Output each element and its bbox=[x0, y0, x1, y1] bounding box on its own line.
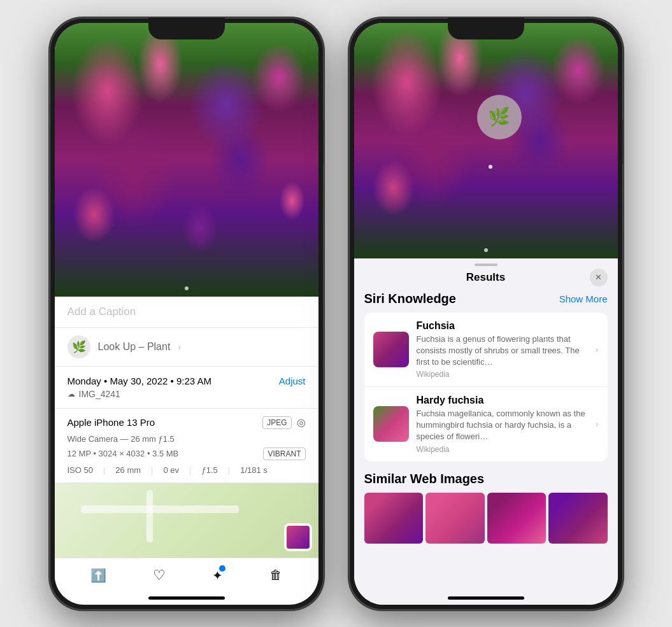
lookup-row[interactable]: 🌿 Look Up – Plant › bbox=[55, 328, 318, 367]
results-close-button[interactable]: ✕ bbox=[590, 269, 608, 286]
main-container: Add a Caption 🌿 Look Up – Plant › Monday… bbox=[37, 5, 636, 623]
caption-placeholder[interactable]: Add a Caption bbox=[68, 306, 136, 318]
favorite-button[interactable]: ♡ bbox=[153, 567, 166, 584]
photo-area-2[interactable]: 🌿 bbox=[354, 23, 618, 258]
map-road-v bbox=[147, 490, 153, 542]
flower-photo-2 bbox=[354, 23, 618, 258]
page-indicator-1 bbox=[185, 286, 189, 290]
device-name: Apple iPhone 13 Pro bbox=[68, 417, 155, 428]
info-button[interactable]: ✦ bbox=[212, 568, 223, 583]
exif-ev: 0 ev bbox=[163, 465, 179, 475]
similar-image-1[interactable] bbox=[364, 493, 424, 544]
phone-2-screen: 🌿 Results ✕ Siri Knowledge S bbox=[354, 23, 618, 605]
phone-2-content: 🌿 Results ✕ Siri Knowledge S bbox=[354, 23, 618, 605]
drag-handle[interactable] bbox=[475, 264, 497, 266]
format-badge: JPEG bbox=[262, 416, 291, 429]
share-button[interactable]: ⬆️ bbox=[90, 568, 106, 583]
results-panel: Results ✕ Siri Knowledge Show More bbox=[354, 258, 618, 605]
similar-title: Similar Web Images bbox=[364, 472, 608, 486]
hardy-fuchsia-source: Wikipedia bbox=[417, 445, 588, 454]
map-thumb-img bbox=[287, 526, 310, 549]
hardy-fuchsia-name: Hardy fuchsia bbox=[417, 395, 588, 406]
fuchsia-source: Wikipedia bbox=[417, 370, 588, 379]
location-row: ☁ IMG_4241 bbox=[68, 389, 306, 399]
home-indicator-1 bbox=[148, 596, 225, 600]
fuchsia-info: Fuchsia Fuchsia is a genus of flowering … bbox=[417, 320, 588, 379]
lookup-leaf-icon: 🌿 bbox=[488, 106, 510, 127]
lookup-text[interactable]: Look Up – Plant bbox=[98, 341, 171, 353]
hardy-fuchsia-thumbnail bbox=[373, 406, 409, 442]
knowledge-card: Fuchsia Fuchsia is a genus of flowering … bbox=[364, 313, 608, 461]
camera-icon: ◎ bbox=[297, 416, 306, 428]
similar-image-4[interactable] bbox=[548, 493, 608, 544]
caption-area[interactable]: Add a Caption bbox=[55, 297, 318, 328]
date-row: Monday • May 30, 2022 • 9:23 AM Adjust bbox=[68, 376, 306, 386]
date-text: Monday • May 30, 2022 • 9:23 AM bbox=[68, 376, 211, 386]
hardy-fuchsia-info: Hardy fuchsia Fuchsia magellanica, commo… bbox=[417, 395, 588, 454]
leaf-icon: 🌿 bbox=[72, 340, 86, 354]
map-area[interactable] bbox=[55, 483, 318, 558]
photo-area-1[interactable] bbox=[55, 23, 318, 297]
fuchsia-description: Fuchsia is a genus of flowering plants t… bbox=[417, 334, 588, 369]
cloud-icon: ☁ bbox=[68, 390, 75, 398]
knowledge-item-hardy-fuchsia[interactable]: Hardy fuchsia Fuchsia magellanica, commo… bbox=[364, 387, 608, 461]
knowledge-item-fuchsia[interactable]: Fuchsia Fuchsia is a genus of flowering … bbox=[364, 313, 608, 388]
resolution-row: 12 MP • 3024 × 4032 • 3.5 MB VIBRANT bbox=[68, 447, 306, 460]
exif-iso: ISO 50 bbox=[68, 465, 93, 475]
similar-image-3[interactable] bbox=[487, 493, 547, 544]
home-indicator-2 bbox=[448, 596, 524, 600]
similar-images-grid bbox=[364, 493, 608, 544]
flower-photo-1 bbox=[55, 23, 318, 297]
siri-knowledge-title: Siri Knowledge bbox=[364, 292, 456, 306]
lookup-dot-indicator bbox=[489, 165, 492, 169]
info-badge bbox=[219, 565, 225, 572]
lookup-chevron-icon: › bbox=[178, 342, 181, 352]
page-indicator-2 bbox=[484, 248, 488, 252]
camera-spec: Wide Camera — 26 mm ƒ1.5 bbox=[68, 434, 306, 444]
filename-text: IMG_4241 bbox=[79, 389, 120, 399]
toolbar: ⬆️ ♡ ✦ 🗑 bbox=[55, 558, 318, 596]
phone-1-content: Add a Caption 🌿 Look Up – Plant › Monday… bbox=[55, 23, 318, 605]
similar-image-2[interactable] bbox=[425, 493, 485, 544]
map-photo-thumb bbox=[284, 523, 312, 551]
map-road-h bbox=[81, 505, 239, 513]
resolution-text: 12 MP • 3024 × 4032 • 3.5 MB bbox=[68, 449, 179, 458]
fuchsia-name: Fuchsia bbox=[417, 320, 588, 332]
visual-lookup-circle[interactable]: 🌿 bbox=[477, 95, 522, 139]
vibrant-badge: VIBRANT bbox=[263, 447, 305, 460]
hardy-fuchsia-chevron-icon: › bbox=[596, 419, 599, 429]
similar-section: Similar Web Images bbox=[364, 472, 608, 544]
badges: JPEG ◎ bbox=[262, 416, 305, 429]
device-row: Apple iPhone 13 Pro JPEG ◎ bbox=[68, 416, 306, 429]
hardy-fuchsia-description: Fuchsia magellanica, commonly known as t… bbox=[417, 408, 588, 443]
adjust-button[interactable]: Adjust bbox=[279, 376, 306, 386]
exif-row: ISO 50 | 26 mm | 0 ev | ƒ1.5 | 1/181 s bbox=[68, 465, 306, 475]
phone-1-screen: Add a Caption 🌿 Look Up – Plant › Monday… bbox=[55, 23, 318, 605]
results-title: Results bbox=[466, 271, 505, 284]
info-section: Monday • May 30, 2022 • 9:23 AM Adjust ☁… bbox=[55, 367, 318, 409]
results-body[interactable]: Siri Knowledge Show More Fuchsia Fuchsia… bbox=[354, 292, 618, 591]
lookup-icon-circle: 🌿 bbox=[68, 335, 90, 358]
device-section: Apple iPhone 13 Pro JPEG ◎ Wide Camera —… bbox=[55, 409, 318, 483]
phone-2: 🌿 Results ✕ Siri Knowledge S bbox=[349, 18, 623, 610]
exif-shutter: 1/181 s bbox=[240, 465, 268, 475]
fuchsia-chevron-icon: › bbox=[596, 344, 599, 355]
results-header: Results ✕ bbox=[354, 271, 618, 292]
siri-knowledge-header: Siri Knowledge Show More bbox=[364, 292, 608, 306]
delete-button[interactable]: 🗑 bbox=[269, 568, 282, 582]
exif-aperture: ƒ1.5 bbox=[201, 465, 217, 475]
exif-focal: 26 mm bbox=[115, 465, 141, 475]
phone-1: Add a Caption 🌿 Look Up – Plant › Monday… bbox=[50, 18, 324, 610]
fuchsia-thumbnail bbox=[373, 332, 409, 367]
show-more-button[interactable]: Show More bbox=[559, 293, 608, 304]
